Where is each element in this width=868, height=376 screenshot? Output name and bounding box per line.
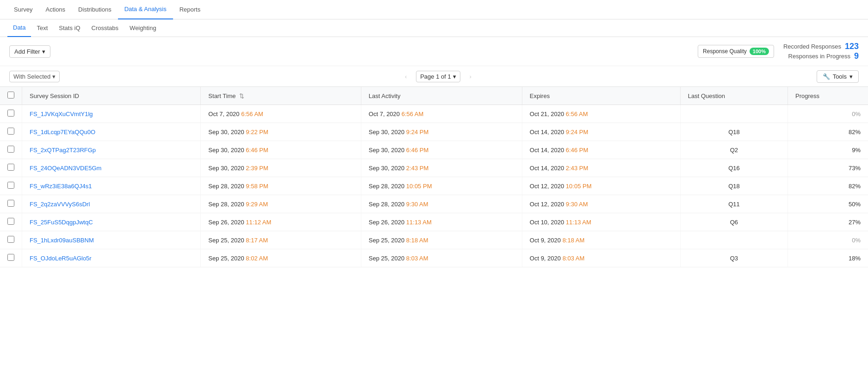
expires-main: Oct 12, 2020 [530, 201, 566, 208]
expires-main: Oct 14, 2020 [530, 129, 566, 136]
cell-last-activity: Sep 25, 2020 8:03 AM [361, 249, 522, 267]
start-time-sub: 9:29 AM [246, 201, 268, 208]
add-filter-button[interactable]: Add Filter ▾ [9, 45, 50, 58]
sub-nav-item-stats-iq[interactable]: Stats iQ [53, 19, 86, 37]
top-nav-item-actions[interactable]: Actions [39, 0, 72, 19]
row-checkbox[interactable] [7, 254, 14, 261]
toolbar-right: Response Quality 100% Recorded Responses… [698, 42, 859, 61]
stats-group: Recorded Responses 123 Responses in Prog… [783, 42, 859, 61]
with-selected-button[interactable]: With Selected ▾ [9, 71, 60, 82]
cell-session-id: FS_24OQeADN3VDE5Gm [22, 159, 201, 177]
responses-in-progress-label: Responses in Progress [788, 53, 850, 60]
session-id-link[interactable]: FS_1hLxdr09auSBBNM [30, 237, 94, 244]
last-act-sub: 8:03 AM [406, 255, 428, 262]
sub-nav-item-weighting[interactable]: Weighting [124, 19, 162, 37]
cell-progress: 50% [788, 195, 868, 213]
table-body: FS_1JVKqXuCVmtY1lgOct 7, 2020 6:56 AMOct… [0, 105, 868, 267]
table-row: FS_wRz3iE38a6QJ4s1Sep 28, 2020 9:58 PMSe… [0, 177, 868, 195]
select-all-checkbox[interactable] [7, 92, 14, 99]
row-checkbox-col [0, 159, 22, 177]
expires-sub: 9:30 AM [566, 201, 588, 208]
start-time-main: Sep 30, 2020 [208, 165, 246, 172]
col-start-time: Start Time ⇅ [201, 87, 361, 105]
progress-value: 9% [852, 147, 861, 154]
last-act-sub: 8:18 AM [406, 237, 428, 244]
row-checkbox[interactable] [7, 128, 14, 135]
recorded-responses-label: Recorded Responses [783, 43, 841, 50]
col-last-question-label: Last Question [688, 92, 725, 99]
recorded-responses-count: 123 [845, 42, 859, 51]
row-checkbox[interactable] [7, 110, 14, 117]
cell-session-id: FS_25FuS5DqgpJwtqC [22, 213, 201, 231]
toolbar: Add Filter ▾ Response Quality 100% Recor… [0, 37, 868, 66]
sort-icon[interactable]: ⇅ [239, 92, 244, 99]
cell-expires: Oct 9, 2020 8:03 AM [522, 249, 680, 267]
sub-nav-item-crosstabs[interactable]: Crosstabs [86, 19, 124, 37]
progress-value: 82% [849, 183, 861, 190]
col-start-time-label: Start Time [208, 92, 236, 99]
start-time-main: Sep 25, 2020 [208, 237, 246, 244]
prev-page-button[interactable]: ‹ [399, 70, 412, 83]
row-checkbox-col [0, 249, 22, 267]
row-checkbox[interactable] [7, 146, 14, 153]
top-nav-item-distributions[interactable]: Distributions [72, 0, 118, 19]
session-id-link[interactable]: FS_24OQeADN3VDE5Gm [30, 165, 101, 172]
row-checkbox[interactable] [7, 200, 14, 207]
cell-start-time: Sep 28, 2020 9:29 AM [201, 195, 361, 213]
row-checkbox[interactable] [7, 164, 14, 171]
row-checkbox-col [0, 195, 22, 213]
start-time-main: Sep 28, 2020 [208, 201, 246, 208]
col-session-id-label: Survey Session ID [30, 92, 79, 99]
session-id-link[interactable]: FS_OJdoLeR5uAGlo5r [30, 255, 92, 262]
page-selector[interactable]: Page 1 of 1 ▾ [416, 71, 460, 82]
cell-progress: 82% [788, 123, 868, 141]
row-checkbox[interactable] [7, 182, 14, 189]
tools-label: Tools [833, 73, 847, 80]
cell-expires: Oct 14, 2020 2:43 PM [522, 159, 680, 177]
last-act-main: Sep 25, 2020 [369, 237, 406, 244]
cell-progress: 73% [788, 159, 868, 177]
cell-start-time: Sep 28, 2020 9:58 PM [201, 177, 361, 195]
top-nav-item-survey[interactable]: Survey [7, 0, 39, 19]
top-nav-item-reports[interactable]: Reports [173, 0, 207, 19]
session-id-link[interactable]: FS_1JVKqXuCVmtY1lg [30, 111, 93, 117]
col-session-id: Survey Session ID [22, 87, 201, 105]
sub-nav-item-text[interactable]: Text [31, 19, 53, 37]
add-filter-label: Add Filter [14, 48, 40, 55]
cell-start-time: Sep 30, 2020 2:39 PM [201, 159, 361, 177]
cell-expires: Oct 9, 2020 8:18 AM [522, 231, 680, 249]
session-id-link[interactable]: FS_1dLcqp7EYaQQu0O [30, 129, 95, 136]
top-nav-item-data-&-analysis[interactable]: Data & Analysis [118, 0, 173, 19]
pagination-row: With Selected ▾ ‹ Page 1 of 1 ▾ › 🔧 Tool… [0, 66, 868, 87]
progress-value: 73% [849, 165, 861, 172]
cell-last-question: Q6 [680, 213, 787, 231]
last-act-main: Sep 28, 2020 [369, 183, 406, 190]
cell-start-time: Sep 30, 2020 9:22 PM [201, 123, 361, 141]
row-checkbox[interactable] [7, 236, 14, 243]
page-label-text: Page 1 of 1 [420, 73, 451, 80]
data-table-container: Survey Session ID Start Time ⇅ Last Acti… [0, 87, 868, 267]
responses-in-progress-count: 9 [854, 51, 859, 61]
col-last-question: Last Question [680, 87, 787, 105]
row-checkbox-col [0, 231, 22, 249]
start-time-main: Oct 7, 2020 [208, 111, 241, 117]
session-id-link[interactable]: FS_2xQTPag2T23RFGp [30, 147, 96, 154]
expires-main: Oct 14, 2020 [530, 147, 566, 154]
cell-last-activity: Sep 30, 2020 6:46 PM [361, 141, 522, 159]
row-checkbox[interactable] [7, 218, 14, 225]
with-selected-label: With Selected [13, 73, 50, 80]
last-act-sub: 10:05 PM [406, 183, 432, 190]
sub-nav-item-data[interactable]: Data [7, 19, 31, 37]
session-id-link[interactable]: FS_2q2zaVVVyS6sDrl [30, 201, 90, 208]
expires-main: Oct 10, 2020 [530, 219, 566, 226]
expires-sub: 6:46 PM [566, 147, 588, 154]
expires-main: Oct 14, 2020 [530, 165, 566, 172]
wrench-icon: 🔧 [823, 73, 830, 80]
session-id-link[interactable]: FS_wRz3iE38a6QJ4s1 [30, 183, 92, 190]
cell-expires: Oct 12, 2020 9:30 AM [522, 195, 680, 213]
next-page-button[interactable]: › [464, 70, 477, 83]
header-row: Survey Session ID Start Time ⇅ Last Acti… [0, 87, 868, 105]
col-progress-label: Progress [795, 92, 819, 99]
tools-button[interactable]: 🔧 Tools ▾ [817, 70, 859, 83]
session-id-link[interactable]: FS_25FuS5DqgpJwtqC [30, 219, 93, 226]
